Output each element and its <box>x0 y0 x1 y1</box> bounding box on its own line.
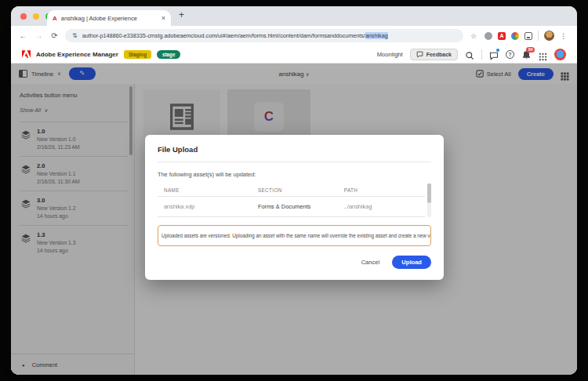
notifications-bell-icon[interactable]: 84 <box>521 49 532 60</box>
dialog-footer: Cancel Upload <box>158 256 431 269</box>
site-info-icon[interactable]: ⇅ <box>72 32 78 39</box>
extension-icon-window[interactable] <box>524 32 532 40</box>
dialog-title: File Upload <box>158 145 431 162</box>
aem-header: Adobe Experience Manager Staging stage M… <box>11 45 577 64</box>
extensions-row: A ⋮ <box>485 31 567 41</box>
adobe-logo-icon <box>22 50 31 58</box>
browser-tab[interactable]: A anshikag | Adobe Experience × <box>47 10 171 26</box>
feedback-label: Feedback <box>426 52 452 57</box>
asset-section-cell: Forms & Documents <box>258 203 344 210</box>
column-header-path: PATH <box>344 187 425 193</box>
back-icon[interactable]: ← <box>18 31 28 40</box>
assets-table: NAME SECTION PATH anshika.xdp Forms & Do… <box>158 183 431 217</box>
tab-close-icon[interactable]: × <box>162 14 165 22</box>
aem-header-right: Moonlight Feedback ? 84 <box>377 49 566 60</box>
environment-badge: Staging <box>124 50 151 59</box>
file-upload-dialog: File Upload The following asset(s) will … <box>145 135 444 280</box>
divider <box>538 31 539 41</box>
minimize-window-button[interactable] <box>33 13 39 20</box>
notification-count-badge: 84 <box>526 47 535 53</box>
forward-icon[interactable]: → <box>34 31 44 40</box>
table-scrollbar[interactable] <box>427 183 431 217</box>
user-avatar[interactable] <box>554 49 566 60</box>
extension-icon-colorful[interactable] <box>511 32 519 40</box>
program-name[interactable]: Moonlight <box>377 51 403 58</box>
url-bar[interactable]: ⇅ author-p148860-e338335-cmstg.adobeaemc… <box>65 29 463 42</box>
divider <box>481 49 482 60</box>
browser-window: A anshikag | Adobe Experience × + ← → ⟳ … <box>11 6 577 375</box>
dialog-subtitle: The following asset(s) will be updated: <box>158 171 431 178</box>
table-row: anshika.xdp Forms & Documents ../anshika… <box>158 197 425 217</box>
feedback-button[interactable]: Feedback <box>410 49 458 60</box>
url-highlighted-segment: anshikag <box>365 32 388 39</box>
browser-profile-avatar[interactable] <box>544 31 554 41</box>
cancel-button[interactable]: Cancel <box>361 259 380 266</box>
chat-icon[interactable] <box>489 49 499 59</box>
table-header-row: NAME SECTION PATH <box>158 183 425 197</box>
browser-navbar: ← → ⟳ ⇅ author-p148860-e338335-cmstg.ado… <box>11 26 577 45</box>
feedback-bubble-icon <box>416 51 423 58</box>
adobe-favicon-icon: A <box>53 15 57 22</box>
extension-icon-adobe[interactable]: A <box>498 32 506 40</box>
asset-name-cell: anshika.xdp <box>164 203 258 210</box>
reload-icon[interactable]: ⟳ <box>49 31 60 40</box>
column-header-name: NAME <box>164 187 258 193</box>
help-icon[interactable]: ? <box>506 50 514 59</box>
bookmark-star-icon[interactable]: ☆ <box>470 32 477 40</box>
version-warning-message: Uploaded assets are versioned. Uploading… <box>158 225 431 246</box>
tab-strip: A anshikag | Adobe Experience × + <box>11 6 577 26</box>
search-icon[interactable] <box>465 49 474 59</box>
table-scrollbar-thumb[interactable] <box>427 183 431 203</box>
url-text: author-p148860-e338335-cmstg.adobeaemclo… <box>82 32 388 39</box>
tab-title: anshikag | Adobe Experience <box>61 15 158 22</box>
asset-path-cell: ../anshikag <box>344 203 425 210</box>
app-switcher-icon[interactable] <box>539 50 547 59</box>
new-tab-button[interactable]: + <box>179 9 184 20</box>
close-window-button[interactable] <box>20 13 27 20</box>
browser-menu-icon[interactable]: ⋮ <box>560 32 567 40</box>
url-prefix: author-p148860-e338335-cmstg.adobeaemclo… <box>82 32 365 39</box>
upload-button[interactable]: Upload <box>392 256 431 269</box>
extension-icon-gray[interactable] <box>485 32 492 40</box>
stage-badge: stage <box>157 50 180 59</box>
column-header-section: SECTION <box>258 187 344 193</box>
chat-notification-dot <box>496 49 499 52</box>
app-title: Adobe Experience Manager <box>36 51 118 58</box>
